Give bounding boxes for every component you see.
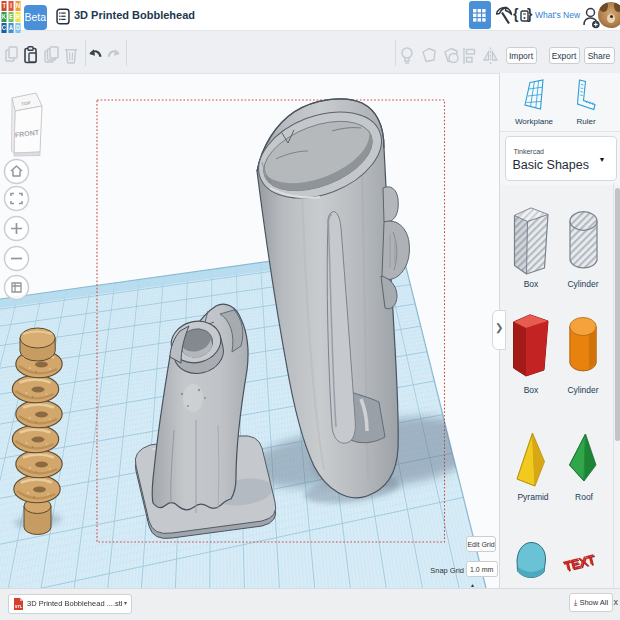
svg-text:STL: STL [15, 604, 23, 609]
